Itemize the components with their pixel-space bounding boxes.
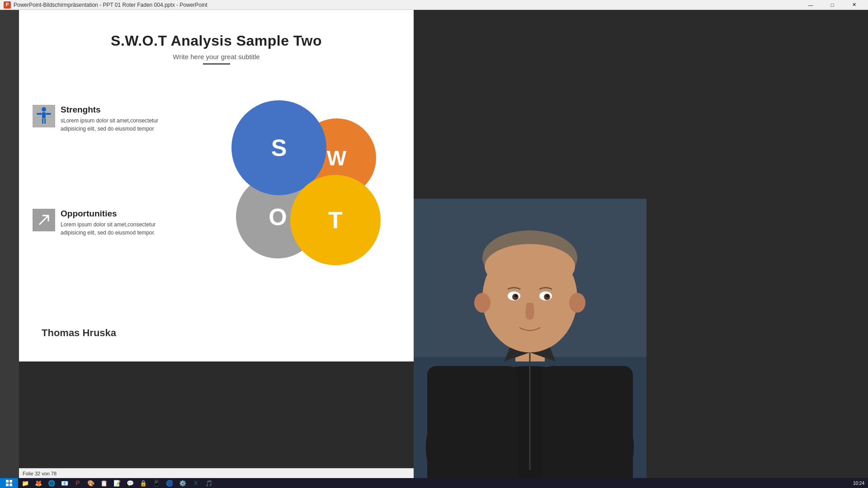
svg-point-0 — [42, 107, 46, 112]
svg-rect-34 — [9, 480, 12, 483]
svg-rect-2 — [37, 113, 42, 115]
taskbar-items: 📁 🦊 🌐 📧 P 🎨 📋 📝 💬 🔒 📱 🌀 ⚙️ X 🎵 — [19, 478, 853, 488]
taskbar-right: 10:24 — [853, 481, 868, 486]
strengths-text-block: Strenghts sLorem ipsum dolor sit amet,co… — [61, 105, 160, 133]
minimize-button[interactable]: — — [800, 0, 821, 10]
svg-line-6 — [39, 216, 48, 225]
svg-point-27 — [546, 295, 549, 297]
status-bar: Folie 32 von 78 — [19, 468, 414, 478]
svg-rect-35 — [6, 483, 9, 486]
slide-container: S.W.O.T Analysis Sample Two Write here y… — [19, 10, 414, 361]
taskbar-item-app6[interactable]: 🎨 — [85, 478, 97, 488]
opportunities-section: Opportunities Lorem ipsum dolor sit amet… — [33, 209, 160, 240]
svg-rect-5 — [44, 118, 46, 124]
svg-point-21 — [485, 244, 575, 289]
start-button[interactable] — [0, 478, 18, 488]
slide-counter: Folie 32 von 78 — [23, 471, 57, 476]
svg-rect-36 — [9, 483, 12, 486]
svg-rect-4 — [42, 118, 43, 124]
svg-rect-33 — [6, 480, 9, 483]
title-bar-text: PowerPoint-Bildschirmpräsentation - PPT … — [14, 2, 208, 8]
swot-diagram: S W O T — [213, 100, 394, 281]
taskbar-item-ppt[interactable]: P — [71, 478, 84, 488]
circle-t: T — [290, 175, 381, 265]
taskbar-item-app12[interactable]: 🌀 — [163, 478, 176, 488]
video-overlay — [414, 199, 646, 488]
svg-rect-1 — [42, 112, 46, 118]
strengths-section: Strenghts sLorem ipsum dolor sit amet,co… — [33, 105, 160, 136]
opportunities-text-block: Opportunities Lorem ipsum dolor sit amet… — [61, 209, 160, 237]
subtitle-divider — [203, 63, 230, 65]
windows-taskbar: 📁 🦊 🌐 📧 P 🎨 📋 📝 💬 🔒 📱 🌀 ⚙️ X 🎵 10:24 — [0, 478, 868, 488]
slide-subtitle: Write here your great subtitle — [37, 53, 396, 61]
taskbar-item-app7[interactable]: 📋 — [98, 478, 110, 488]
left-panel — [0, 10, 19, 488]
maximize-button[interactable]: □ — [822, 0, 843, 10]
opportunities-body: Lorem ipsum dolor sit amet,consectetur a… — [61, 221, 160, 237]
taskbar-item-app15[interactable]: 🎵 — [203, 478, 215, 488]
taskbar-item-app13[interactable]: ⚙️ — [176, 478, 189, 488]
slide-content: S.W.O.T Analysis Sample Two Write here y… — [19, 10, 414, 361]
app-icon: P — [4, 1, 11, 9]
title-bar: P PowerPoint-Bildschirmpräsentation - PP… — [0, 0, 868, 10]
taskbar-item-excel[interactable]: X — [189, 478, 202, 488]
strengths-title: Strenghts — [61, 105, 160, 115]
system-clock: 10:24 — [853, 481, 864, 486]
strengths-icon — [33, 105, 55, 127]
taskbar-item-telegram[interactable]: 💬 — [124, 478, 137, 488]
opportunities-header: Opportunities Lorem ipsum dolor sit amet… — [33, 209, 160, 237]
taskbar-item-outlook[interactable]: 📧 — [58, 478, 71, 488]
slide-title: S.W.O.T Analysis Sample Two — [37, 33, 396, 49]
presenter-name: Thomas Hruska — [42, 327, 116, 339]
taskbar-item-files[interactable]: 📁 — [19, 478, 32, 488]
opportunities-title: Opportunities — [61, 209, 160, 219]
taskbar-item-onenote[interactable]: 📝 — [111, 478, 123, 488]
right-panel — [646, 10, 868, 488]
window-controls: — □ ✕ — [800, 0, 864, 10]
taskbar-item-app11[interactable]: 📱 — [150, 478, 163, 488]
opportunities-icon — [33, 209, 55, 231]
strengths-body: sLorem ipsum dolor sit amet,consectetur … — [61, 117, 160, 133]
taskbar-item-firefox[interactable]: 🦊 — [32, 478, 45, 488]
svg-rect-31 — [427, 366, 518, 488]
svg-point-28 — [474, 293, 491, 313]
strengths-header: Strenghts sLorem ipsum dolor sit amet,co… — [33, 105, 160, 133]
taskbar-item-app10[interactable]: 🔒 — [137, 478, 150, 488]
video-person — [414, 199, 646, 488]
taskbar-item-chrome[interactable]: 🌐 — [45, 478, 58, 488]
svg-point-29 — [569, 293, 585, 313]
svg-rect-32 — [542, 366, 633, 488]
svg-point-26 — [514, 295, 517, 297]
close-button[interactable]: ✕ — [844, 0, 864, 10]
svg-rect-3 — [46, 113, 51, 115]
